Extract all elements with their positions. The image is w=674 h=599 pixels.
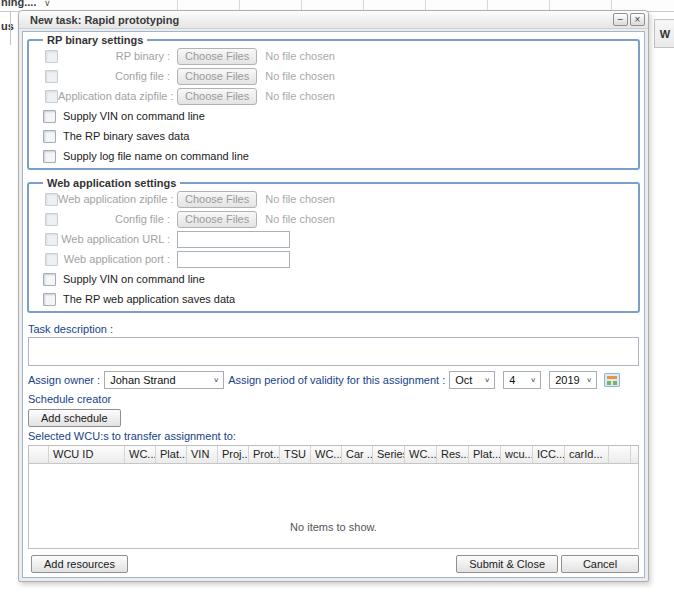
calendar-icon-dot [613, 381, 617, 385]
supply-log-file-row: Supply log file name on command line [35, 146, 632, 166]
background-left-clipped-text: us [1, 20, 14, 32]
task-description-label: Task description : [28, 323, 639, 335]
grid-empty-message: No items to show. [29, 521, 638, 533]
web-config-choose-files-button[interactable]: Choose Files [177, 211, 257, 228]
cancel-button[interactable]: Cancel [561, 555, 639, 573]
column-header-wcu-id[interactable]: WCU ID [49, 446, 125, 463]
web-app-url-label: Web application URL : [58, 233, 177, 245]
rp-binary-choose-files-button[interactable]: Choose Files [177, 48, 257, 65]
app-data-choose-files-button[interactable]: Choose Files [177, 88, 257, 105]
supply-log-file-checkbox[interactable] [43, 150, 56, 163]
rp-binary-settings-fieldset: RP binary settings RP binary : Choose Fi… [27, 34, 640, 170]
rp-config-file-checkbox[interactable] [45, 70, 58, 83]
app-data-zipfile-row: Application data zipfile : Choose Files … [35, 86, 632, 106]
supply-log-file-label: Supply log file name on command line [63, 150, 249, 162]
rp-binary-label: RP binary : [58, 50, 177, 62]
supply-vin-row: Supply VIN on command line [35, 106, 632, 126]
add-schedule-button[interactable]: Add schedule [28, 409, 121, 427]
web-app-url-row: Web application URL : [35, 229, 632, 249]
web-config-file-checkbox[interactable] [45, 213, 58, 226]
close-icon: × [635, 15, 641, 25]
close-button[interactable]: × [630, 13, 645, 26]
web-saves-data-checkbox[interactable] [43, 293, 56, 306]
assign-owner-select[interactable]: Johan Strand ∨ [104, 371, 224, 389]
validity-month-value: Oct [455, 374, 472, 386]
column-header-wcu[interactable]: wcu... [501, 446, 533, 463]
column-header-series[interactable]: Series [373, 446, 405, 463]
dialog-content: RP binary settings RP binary : Choose Fi… [22, 31, 645, 578]
column-header-wc-3[interactable]: WC... [405, 446, 437, 463]
web-app-url-input[interactable] [177, 231, 290, 248]
rp-saves-data-row: The RP binary saves data [35, 126, 632, 146]
column-header-wc-2[interactable]: WC... [311, 446, 342, 463]
assign-owner-label: Assign owner : [28, 374, 100, 386]
schedule-creator-label: Schedule creator [28, 393, 639, 405]
chevron-down-icon: ∨ [213, 376, 219, 383]
task-description-textarea[interactable] [28, 337, 639, 366]
column-header-wc-1[interactable]: WC... [125, 446, 156, 463]
new-task-dialog: New task: Rapid prototyping − × RP binar… [18, 10, 649, 582]
rp-config-file-row: Config file : Choose Files No file chose… [35, 66, 632, 86]
web-app-zipfile-label: Web application zipfile : [58, 193, 177, 205]
submit-close-button[interactable]: Submit & Close [456, 555, 558, 573]
column-header-plat-1[interactable]: Plat... [156, 446, 187, 463]
validity-month-select[interactable]: Oct ∨ [449, 371, 495, 389]
selected-wcu-label: Selected WCU:s to transfer assignment to… [28, 430, 639, 442]
column-header-tsu[interactable]: TSU [280, 446, 311, 463]
supply-vin-label: Supply VIN on command line [63, 110, 205, 122]
web-app-port-input[interactable] [177, 251, 290, 268]
calendar-icon-dot [607, 381, 611, 385]
chevron-down-icon: ∨ [586, 376, 592, 383]
column-header-plat-2[interactable]: Plat... [469, 446, 501, 463]
background-panel-divider [10, 11, 11, 45]
column-header-vin[interactable]: VIN [187, 446, 218, 463]
dialog-titlebar[interactable]: New task: Rapid prototyping − × [19, 11, 648, 29]
rp-saves-data-label: The RP binary saves data [63, 130, 189, 142]
column-header-empty[interactable] [29, 446, 49, 463]
rp-binary-file-status: No file chosen [265, 50, 335, 62]
rp-binary-checkbox[interactable] [45, 50, 58, 63]
web-config-file-label: Config file : [58, 213, 177, 225]
chevron-down-icon: ∨ [44, 0, 51, 8]
web-app-zipfile-checkbox[interactable] [45, 193, 58, 206]
rp-saves-data-checkbox[interactable] [43, 130, 56, 143]
column-header-empty[interactable] [631, 446, 638, 463]
wcu-grid-body: No items to show. [29, 464, 638, 548]
column-header-icc[interactable]: ICC... [533, 446, 565, 463]
app-data-zipfile-label: Application data zipfile : [58, 90, 177, 102]
web-config-file-row: Config file : Choose Files No file chose… [35, 209, 632, 229]
column-header-car[interactable]: Car ... [342, 446, 373, 463]
column-header-prot[interactable]: Prot... [249, 446, 280, 463]
dialog-footer: Add resources Submit & Close Cancel [28, 553, 639, 575]
column-header-empty[interactable] [609, 446, 631, 463]
validity-day-value: 4 [509, 374, 515, 386]
web-app-port-row: Web application port : [35, 249, 632, 269]
wcu-grid: WCU ID WC... Plat... VIN Proj... Prot...… [28, 445, 639, 549]
column-header-proj[interactable]: Proj... [218, 446, 249, 463]
rp-binary-settings-legend: RP binary settings [43, 34, 147, 46]
web-supply-vin-row: Supply VIN on command line [35, 269, 632, 289]
app-data-zipfile-checkbox[interactable] [45, 90, 58, 103]
column-header-carid[interactable]: carId... [565, 446, 609, 463]
validity-year-select[interactable]: 2019 ∨ [549, 371, 597, 389]
web-app-port-checkbox[interactable] [45, 253, 58, 266]
minimize-button[interactable]: − [613, 13, 628, 26]
web-app-url-checkbox[interactable] [45, 233, 58, 246]
assign-owner-value: Johan Strand [110, 374, 175, 386]
validity-day-select[interactable]: 4 ∨ [503, 371, 541, 389]
web-saves-data-row: The RP web application saves data [35, 289, 632, 309]
validity-year-value: 2019 [555, 374, 579, 386]
web-supply-vin-checkbox[interactable] [43, 273, 56, 286]
chevron-down-icon: ∨ [530, 376, 536, 383]
chevron-down-icon: ∨ [484, 376, 490, 383]
rp-config-choose-files-button[interactable]: Choose Files [177, 68, 257, 85]
supply-vin-checkbox[interactable] [43, 110, 56, 123]
rp-binary-row: RP binary : Choose Files No file chosen [35, 46, 632, 66]
app-data-file-status: No file chosen [265, 90, 335, 102]
calendar-icon[interactable] [604, 373, 620, 387]
add-resources-button[interactable]: Add resources [31, 555, 128, 573]
column-header-res[interactable]: Res... [437, 446, 469, 463]
rp-config-file-label: Config file : [58, 70, 177, 82]
wcu-grid-header: WCU ID WC... Plat... VIN Proj... Prot...… [29, 446, 638, 464]
web-app-zipfile-choose-files-button[interactable]: Choose Files [177, 191, 257, 208]
